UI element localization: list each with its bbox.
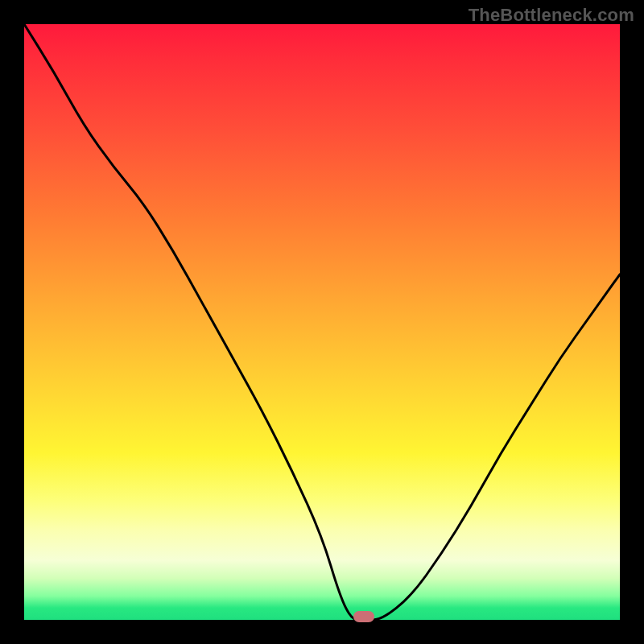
bottleneck-marker — [353, 611, 374, 622]
curve-path — [24, 24, 620, 620]
plot-area — [24, 24, 620, 620]
bottleneck-curve — [24, 24, 620, 620]
watermark-text: TheBottleneck.com — [469, 5, 634, 26]
chart-frame: TheBottleneck.com — [0, 0, 644, 644]
